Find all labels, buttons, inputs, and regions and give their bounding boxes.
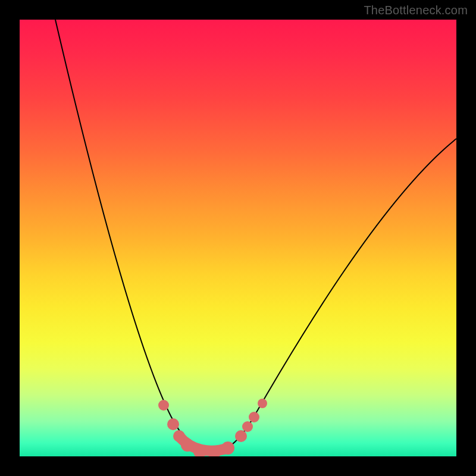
data-marker	[158, 400, 169, 411]
bottleneck-curve	[55, 20, 456, 453]
data-marker	[242, 421, 253, 432]
data-marker	[221, 441, 234, 455]
data-marker	[235, 430, 247, 442]
data-marker	[181, 439, 194, 452]
data-marker	[167, 418, 179, 430]
chart-svg	[20, 20, 456, 456]
chart-plot-area	[20, 20, 456, 456]
data-marker	[249, 412, 259, 422]
data-marker	[258, 399, 267, 408]
marker-group	[158, 399, 267, 456]
watermark-text: TheBottleneck.com	[364, 4, 468, 17]
